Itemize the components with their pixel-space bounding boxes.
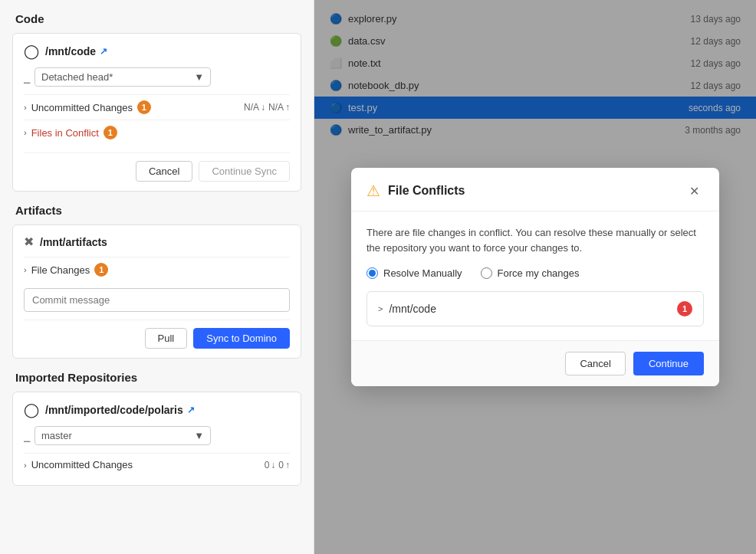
imported-branch-selector: ⎯ master ▼ [24, 426, 290, 445]
uncommitted-changes-label: Uncommitted Changes [31, 102, 133, 113]
left-panel: Code ◯ /mnt/code ↗ ⎯ Detached head* ▼ › … [0, 0, 314, 554]
force-changes-label: Force my changes [498, 267, 580, 279]
expand-conflict-icon: › [24, 128, 27, 137]
uncommitted-badge: 1 [137, 100, 151, 114]
branch-dropdown[interactable]: Detached head* ▼ [35, 67, 211, 87]
sync-to-domino-button[interactable]: Sync to Domino [193, 328, 290, 349]
code-repo-card: ◯ /mnt/code ↗ ⎯ Detached head* ▼ › Uncom… [12, 33, 301, 192]
file-changes-expand-icon: › [24, 265, 27, 274]
warning-icon: ⚠ [366, 182, 380, 200]
file-conflicts-modal: ⚠ File Conflicts ✕ There are file change… [351, 168, 719, 386]
modal-title: File Conflicts [388, 184, 677, 198]
up-arrow-icon: ↑ [285, 102, 290, 113]
chevron-down-icon: ▼ [194, 71, 204, 83]
github-icon: ◯ [24, 43, 39, 60]
file-changes-badge: 1 [94, 263, 108, 277]
modal-close-button[interactable]: ✕ [685, 182, 704, 200]
commit-message-input[interactable] [24, 288, 290, 312]
file-changes-row[interactable]: › File Changes 1 [24, 257, 290, 282]
pull-button[interactable]: Pull [145, 328, 188, 349]
imported-chevron-down-icon: ▼ [194, 430, 204, 441]
conflict-badge: 1 [104, 126, 117, 139]
imported-uncommitted-label: Uncommitted Changes [31, 459, 133, 470]
conflict-path: /mnt/code [389, 303, 671, 315]
force-changes-radio[interactable] [481, 267, 492, 279]
code-card-actions: Cancel Continue Sync [24, 152, 290, 182]
imported-down-arrow-icon: ↓ [271, 460, 275, 470]
down-arrow-icon: ↓ [261, 102, 265, 113]
up-count: N/A ↑ [268, 102, 290, 113]
external-link-icon[interactable]: ↗ [100, 46, 107, 57]
imported-repo-name: /mnt/imported/code/polaris ↗ [45, 404, 195, 416]
imported-down-count: 0 ↓ [265, 460, 276, 470]
imported-up-arrow-icon: ↑ [285, 460, 290, 470]
arrow-counts: N/A ↓ N/A ↑ [244, 102, 290, 113]
branch-selector: ⎯ Detached head* ▼ [24, 67, 290, 87]
imported-up-count: 0 ↑ [278, 460, 290, 470]
modal-overlay: ⚠ File Conflicts ✕ There are file change… [314, 0, 756, 554]
artifacts-icon: ✖ [24, 234, 34, 249]
modal-cancel-button[interactable]: Cancel [565, 352, 625, 375]
code-section-title: Code [0, 12, 314, 33]
artifacts-repo-card: ✖ /mnt/artifacts › File Changes 1 Pull S… [12, 225, 301, 359]
imported-branch-icon: ⎯ [24, 430, 30, 442]
resolve-manually-label: Resolve Manually [383, 267, 462, 279]
resolve-options: Resolve Manually Force my changes [366, 267, 704, 279]
artifacts-repo-header: ✖ /mnt/artifacts [24, 234, 290, 249]
modal-body: There are file changes in conflict. You … [351, 211, 719, 340]
uncommitted-changes-row[interactable]: › Uncommitted Changes 1 N/A ↓ N/A ↑ [24, 94, 290, 120]
imported-arrow-counts: 0 ↓ 0 ↑ [265, 460, 290, 470]
imported-repo-header: ◯ /mnt/imported/code/polaris ↗ [24, 402, 290, 418]
branch-icon: ⎯ [24, 71, 30, 84]
conflict-expand-icon: > [378, 304, 383, 313]
right-panel: 🔵explorer.py13 days ago🟢data.csv12 days … [314, 0, 756, 554]
cancel-button[interactable]: Cancel [136, 161, 192, 182]
continue-sync-button[interactable]: Continue Sync [199, 161, 290, 182]
modal-footer: Cancel Continue [351, 340, 719, 386]
conflict-item: > /mnt/code 1 [366, 291, 704, 326]
modal-description: There are file changes in conflict. You … [366, 225, 704, 255]
imported-repos-section-title: Imported Repositories [0, 371, 314, 392]
artifacts-repo-name: /mnt/artifacts [40, 236, 107, 248]
expand-icon: › [24, 103, 27, 112]
resolve-manually-option[interactable]: Resolve Manually [366, 267, 462, 279]
imported-uncommitted-row[interactable]: › Uncommitted Changes 0 ↓ 0 ↑ [24, 453, 290, 476]
code-repo-name: /mnt/code ↗ [45, 45, 107, 57]
imported-external-link-icon[interactable]: ↗ [187, 405, 195, 415]
code-repo-header: ◯ /mnt/code ↗ [24, 43, 290, 60]
imported-github-icon: ◯ [24, 402, 39, 418]
resolve-manually-radio[interactable] [366, 267, 378, 279]
files-in-conflict-label: Files in Conflict [31, 127, 99, 139]
file-changes-label: File Changes [31, 264, 90, 276]
conflict-count-badge: 1 [677, 301, 692, 316]
modal-continue-button[interactable]: Continue [633, 352, 704, 375]
imported-expand-icon: › [24, 461, 27, 470]
imported-repo-card: ◯ /mnt/imported/code/polaris ↗ ⎯ master … [12, 392, 301, 486]
artifacts-section-title: Artifacts [0, 204, 314, 225]
force-changes-option[interactable]: Force my changes [481, 267, 580, 279]
imported-branch-dropdown[interactable]: master ▼ [35, 426, 211, 445]
files-in-conflict-row[interactable]: › Files in Conflict 1 [24, 120, 290, 145]
modal-header: ⚠ File Conflicts ✕ [351, 168, 719, 211]
down-count: N/A ↓ [244, 102, 265, 113]
artifacts-card-actions: Pull Sync to Domino [24, 320, 290, 349]
